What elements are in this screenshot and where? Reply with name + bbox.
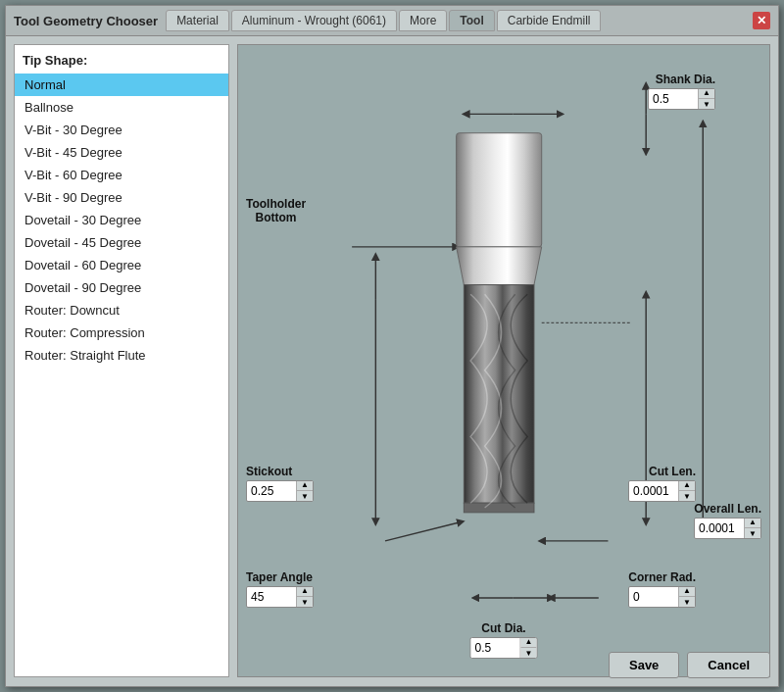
stickout-buttons: ▲ ▼ [296,480,313,502]
corner-rad-down[interactable]: ▼ [679,597,695,608]
overall-len-buttons: ▲ ▼ [744,518,760,539]
list-item-router-compression[interactable]: Router: Compression [15,321,228,344]
cut-len-spinbox[interactable]: ▲ ▼ [628,480,696,502]
tip-shape-list: Tip Shape: Normal Ballnose V-Bit - 30 De… [14,44,229,677]
shank-dia-annotation: Shank Dia. ▲ ▼ [648,73,715,110]
cut-len-down[interactable]: ▼ [679,491,695,502]
stickout-up[interactable]: ▲ [297,480,313,491]
corner-rad-spinbox[interactable]: ▲ ▼ [628,586,696,608]
corner-rad-up[interactable]: ▲ [679,586,695,597]
corner-rad-buttons: ▲ ▼ [678,586,695,608]
taper-angle-up[interactable]: ▲ [297,586,313,597]
svg-rect-20 [464,503,534,513]
save-button[interactable]: Save [609,652,679,678]
bottom-bar: Save Cancel [609,652,770,678]
cut-len-input[interactable] [629,482,678,500]
tool-diagram-panel: Shank Dia. ▲ ▼ ToolholderBottom Stickout [237,44,770,677]
stickout-input[interactable] [247,482,296,500]
cut-len-annotation: Cut Len. ▲ ▼ [628,465,696,502]
overall-len-up[interactable]: ▲ [745,518,760,528]
list-item-router-straight[interactable]: Router: Straight Flute [15,344,228,367]
taper-angle-down[interactable]: ▼ [297,597,313,608]
stickout-spinbox[interactable]: ▲ ▼ [246,480,314,502]
taper-angle-spinbox[interactable]: ▲ ▼ [246,586,314,608]
cut-len-buttons: ▲ ▼ [678,480,695,502]
corner-rad-annotation: Corner Rad. ▲ ▼ [628,570,696,608]
dialog-title: Tool Geometry Chooser [14,14,158,28]
list-item-dovetail30[interactable]: Dovetail - 30 Degree [15,209,228,231]
cut-len-label: Cut Len. [649,465,696,478]
title-bar-left: Tool Geometry Chooser Material Aluminum … [14,10,601,31]
list-item-ballnose[interactable]: Ballnose [15,96,228,119]
corner-rad-input[interactable] [629,588,678,606]
stickout-annotation: Stickout ▲ ▼ [246,465,314,502]
overall-len-spinbox[interactable]: ▲ ▼ [694,518,761,539]
taper-angle-annotation: Taper Angle ▲ ▼ [246,570,314,608]
tip-shape-title: Tip Shape: [15,49,228,74]
cut-dia-buttons: ▲ ▼ [520,637,537,659]
list-item-dovetail45[interactable]: Dovetail - 45 Degree [15,231,228,254]
list-item-normal[interactable]: Normal [15,74,228,96]
shank-dia-buttons: ▲ ▼ [698,88,714,110]
tool-geometry-dialog: Tool Geometry Chooser Material Aluminum … [5,5,779,687]
main-content: Tip Shape: Normal Ballnose V-Bit - 30 De… [6,36,778,685]
tab-more[interactable]: More [399,10,447,31]
stickout-down[interactable]: ▼ [297,491,313,502]
shank-dia-spinbox[interactable]: ▲ ▼ [648,88,715,110]
cancel-button[interactable]: Cancel [687,652,770,678]
overall-len-annotation: Overall Len. ▲ ▼ [694,502,761,539]
shank-dia-input[interactable] [649,90,698,108]
list-item-dovetail60[interactable]: Dovetail - 60 Degree [15,254,228,276]
overall-len-label: Overall Len. [694,502,761,516]
shank-dia-up[interactable]: ▲ [699,88,714,99]
cut-len-up[interactable]: ▲ [679,480,695,491]
toolholder-bottom-annotation: ToolholderBottom [246,197,306,225]
title-bar: Tool Geometry Chooser Material Aluminum … [6,6,778,36]
tab-material[interactable]: Material [166,10,229,31]
taper-angle-buttons: ▲ ▼ [296,586,313,608]
cut-dia-spinbox[interactable]: ▲ ▼ [470,637,538,659]
list-item-dovetail90[interactable]: Dovetail - 90 Degree [15,276,228,299]
cut-dia-input[interactable] [471,639,520,657]
cut-dia-annotation: Cut Dia. ▲ ▼ [470,621,538,659]
cut-dia-label: Cut Dia. [481,621,525,635]
taper-angle-input[interactable] [247,588,296,606]
tab-carbide[interactable]: Carbide Endmill [497,10,602,31]
tab-tool[interactable]: Tool [449,10,494,31]
shank-dia-label: Shank Dia. [656,73,715,86]
corner-rad-label: Corner Rad. [628,570,696,584]
shank-dia-down[interactable]: ▼ [699,99,714,110]
close-button[interactable]: ✕ [753,12,770,29]
cut-dia-down[interactable]: ▼ [521,648,537,659]
svg-line-12 [385,522,461,541]
list-item-vbit45[interactable]: V-Bit - 45 Degree [15,141,228,164]
cut-dia-up[interactable]: ▲ [521,637,537,648]
list-item-vbit30[interactable]: V-Bit - 30 Degree [15,119,228,141]
overall-len-input[interactable] [695,519,744,537]
stickout-label: Stickout [246,465,292,478]
list-item-router-downcut[interactable]: Router: Downcut [15,299,228,321]
tab-aluminum[interactable]: Aluminum - Wrought (6061) [231,10,397,31]
list-item-vbit60[interactable]: V-Bit - 60 Degree [15,164,228,186]
taper-angle-label: Taper Angle [246,570,313,584]
svg-rect-19 [464,285,534,504]
toolholder-bottom-label: ToolholderBottom [246,197,306,225]
overall-len-down[interactable]: ▼ [745,528,760,539]
svg-rect-17 [457,133,542,247]
tab-group: Material Aluminum - Wrought (6061) More … [166,10,601,31]
list-item-vbit90[interactable]: V-Bit - 90 Degree [15,186,228,209]
svg-marker-18 [457,247,542,285]
